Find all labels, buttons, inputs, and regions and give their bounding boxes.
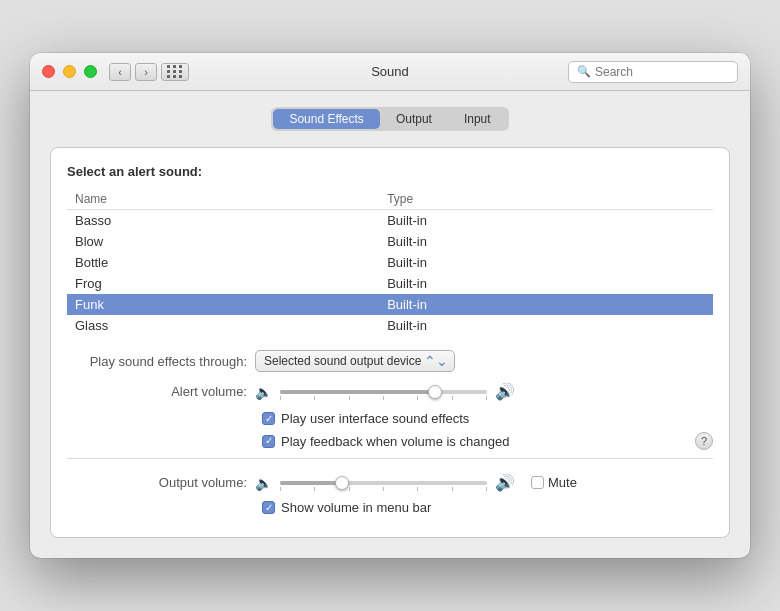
traffic-lights — [42, 65, 97, 78]
play-through-dropdown[interactable]: Selected sound output device ⌃⌄ — [255, 350, 455, 372]
alert-volume-fill — [280, 390, 435, 394]
grid-button[interactable] — [161, 63, 189, 81]
sound-type: Built-in — [379, 273, 713, 294]
mute-label: Mute — [548, 475, 577, 490]
output-volume-row: Output volume: 🔈 🔊 — [67, 473, 713, 492]
minimize-button[interactable] — [63, 65, 76, 78]
speaker-low-icon: 🔈 — [255, 384, 272, 400]
window-title: Sound — [371, 64, 409, 79]
output-volume-slider-group: 🔈 🔊 — [255, 473, 515, 492]
alert-volume-row: Alert volume: 🔈 🔊 — [67, 382, 713, 401]
show-volume-label: Show volume in menu bar — [281, 500, 431, 515]
sound-type: Built-in — [379, 210, 713, 232]
panel-title: Select an alert sound: — [67, 164, 713, 179]
content-area: Sound Effects Output Input Select an ale… — [30, 91, 750, 558]
forward-button[interactable]: › — [135, 63, 157, 81]
sound-effects-panel: Select an alert sound: Name Type Basso B… — [50, 147, 730, 538]
maximize-button[interactable] — [84, 65, 97, 78]
sound-type: Built-in — [379, 315, 713, 336]
search-input[interactable] — [595, 65, 729, 79]
table-row[interactable]: Glass Built-in — [67, 315, 713, 336]
help-icon: ? — [701, 435, 707, 447]
alert-volume-slider-group: 🔈 🔊 — [255, 382, 515, 401]
sound-name: Funk — [67, 294, 379, 315]
slider-ticks — [280, 396, 487, 400]
search-icon: 🔍 — [577, 65, 591, 78]
mute-checkbox[interactable] — [531, 476, 544, 489]
back-button[interactable]: ‹ — [109, 63, 131, 81]
sound-name: Frog — [67, 273, 379, 294]
sound-type: Built-in — [379, 294, 713, 315]
table-row[interactable]: Blow Built-in — [67, 231, 713, 252]
titlebar: ‹ › Sound 🔍 — [30, 53, 750, 91]
sound-type: Built-in — [379, 231, 713, 252]
tab-sound-effects[interactable]: Sound Effects — [273, 109, 380, 129]
table-row[interactable]: Basso Built-in — [67, 210, 713, 232]
show-volume-checkbox[interactable]: ✓ — [262, 501, 275, 514]
checkmark-icon: ✓ — [265, 414, 273, 424]
play-through-row: Play sound effects through: Selected sou… — [67, 350, 713, 372]
speaker-high-icon: 🔊 — [495, 382, 515, 401]
show-volume-row: ✓ Show volume in menu bar — [67, 500, 713, 515]
nav-buttons: ‹ › — [109, 63, 157, 81]
sound-name: Blow — [67, 231, 379, 252]
table-row[interactable]: Bottle Built-in — [67, 252, 713, 273]
feedback-row: ✓ Play feedback when volume is changed ? — [67, 432, 713, 450]
col-name-header: Name — [67, 189, 379, 210]
checkmark-icon: ✓ — [265, 436, 273, 446]
feedback-checkbox-row: ✓ Play feedback when volume is changed — [67, 434, 695, 449]
grid-icon — [167, 65, 183, 78]
tab-bar: Sound Effects Output Input — [50, 107, 730, 131]
output-slider-ticks — [280, 487, 487, 491]
alert-volume-track[interactable] — [280, 390, 487, 394]
alert-volume-label: Alert volume: — [67, 384, 247, 399]
back-icon: ‹ — [118, 66, 122, 78]
output-volume-label: Output volume: — [67, 475, 247, 490]
speaker-high-output-icon: 🔊 — [495, 473, 515, 492]
speaker-low-output-icon: 🔈 — [255, 475, 272, 491]
output-volume-track[interactable] — [280, 481, 487, 485]
sound-name: Basso — [67, 210, 379, 232]
sound-name: Bottle — [67, 252, 379, 273]
feedback-label: Play feedback when volume is changed — [281, 434, 509, 449]
help-button[interactable]: ? — [695, 432, 713, 450]
forward-icon: › — [144, 66, 148, 78]
tab-group: Sound Effects Output Input — [271, 107, 508, 131]
dropdown-value: Selected sound output device — [264, 354, 421, 368]
checkmark-icon: ✓ — [265, 503, 273, 513]
mute-group: Mute — [531, 475, 577, 490]
feedback-checkbox[interactable]: ✓ — [262, 435, 275, 448]
output-volume-fill — [280, 481, 342, 485]
dropdown-arrow-icon: ⌃⌄ — [424, 353, 448, 369]
sound-type: Built-in — [379, 252, 713, 273]
tab-input[interactable]: Input — [448, 109, 507, 129]
close-button[interactable] — [42, 65, 55, 78]
table-row-selected[interactable]: Funk Built-in — [67, 294, 713, 315]
sound-name: Glass — [67, 315, 379, 336]
play-through-label: Play sound effects through: — [67, 354, 247, 369]
ui-sounds-row: ✓ Play user interface sound effects — [67, 411, 713, 426]
search-box[interactable]: 🔍 — [568, 61, 738, 83]
ui-sounds-label: Play user interface sound effects — [281, 411, 469, 426]
table-row[interactable]: Frog Built-in — [67, 273, 713, 294]
sound-table: Name Type Basso Built-in Blow Built-in B… — [67, 189, 713, 336]
bottom-section: Output volume: 🔈 🔊 — [67, 458, 713, 521]
col-type-header: Type — [379, 189, 713, 210]
ui-sounds-checkbox[interactable]: ✓ — [262, 412, 275, 425]
tab-output[interactable]: Output — [380, 109, 448, 129]
main-window: ‹ › Sound 🔍 Sound Effects Output Inp — [30, 53, 750, 558]
